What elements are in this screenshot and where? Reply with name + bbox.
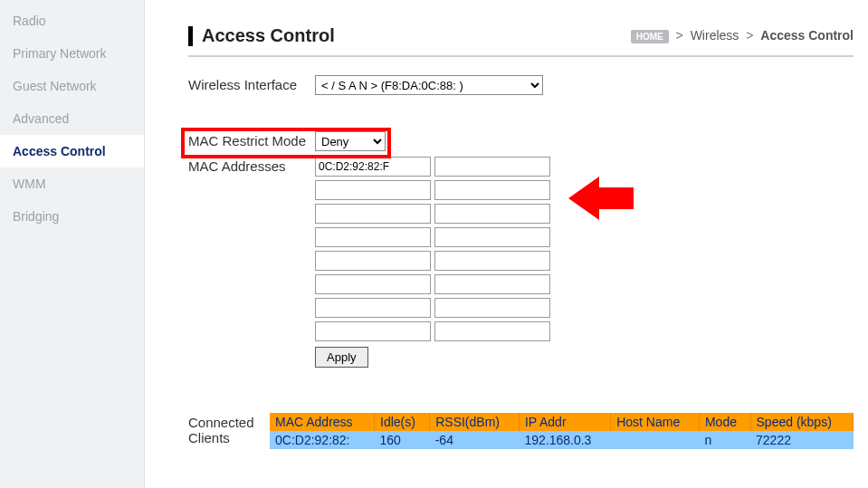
mode-label: MAC Restrict Mode	[188, 131, 315, 148]
table-row[interactable]: 0C:D2:92:82: 160 -64 192.168.0.3 n 72222	[270, 431, 854, 449]
col-speed: Speed (kbps)	[750, 413, 853, 431]
breadcrumb-sep1: >	[676, 28, 683, 43]
addr-label: MAC Addresses	[188, 157, 315, 174]
sidebar: Radio Primary Network Guest Network Adva…	[0, 0, 145, 488]
sidebar-item-bridging[interactable]: Bridging	[0, 200, 144, 233]
col-mode: Mode	[699, 413, 750, 431]
mac-input-10[interactable]	[315, 274, 431, 294]
mac-input-2[interactable]	[315, 180, 431, 200]
mac-input-5[interactable]	[434, 204, 550, 224]
mac-input-15[interactable]	[434, 321, 550, 341]
cell-speed: 72222	[750, 431, 853, 449]
mac-input-13[interactable]	[434, 298, 550, 318]
cell-mac: 0C:D2:92:82:	[270, 431, 375, 449]
mac-address-grid	[315, 157, 550, 341]
col-mac: MAC Address	[270, 413, 375, 431]
sidebar-item-advanced[interactable]: Advanced	[0, 102, 144, 135]
col-rssi: RSSI(dBm)	[430, 413, 520, 431]
mac-input-0[interactable]	[315, 157, 431, 177]
breadcrumb-current: Access Control	[760, 28, 854, 43]
table-header-row: MAC Address Idle(s) RSSI(dBm) IP Addr Ho…	[270, 413, 854, 431]
cell-idle: 160	[375, 431, 430, 449]
mac-input-4[interactable]	[315, 204, 431, 224]
mac-input-1[interactable]	[434, 157, 550, 177]
cell-ip: 192.168.0.3	[519, 431, 610, 449]
mac-input-12[interactable]	[315, 298, 431, 318]
mac-input-14[interactable]	[315, 321, 431, 341]
col-ip: IP Addr	[519, 413, 610, 431]
mac-input-11[interactable]	[434, 274, 550, 294]
wireless-interface-select[interactable]: < / S A N > (F8:DA:0C:88: )	[315, 75, 543, 95]
cell-mode: n	[699, 431, 750, 449]
sidebar-item-radio[interactable]: Radio	[0, 5, 144, 37]
apply-button[interactable]: Apply	[315, 347, 368, 368]
breadcrumb-home[interactable]: HOME	[631, 30, 669, 43]
sidebar-item-guest-network[interactable]: Guest Network	[0, 70, 144, 102]
col-idle: Idle(s)	[375, 413, 430, 431]
sidebar-item-primary-network[interactable]: Primary Network	[0, 37, 144, 70]
connected-clients-table: MAC Address Idle(s) RSSI(dBm) IP Addr Ho…	[270, 413, 854, 449]
mac-input-8[interactable]	[315, 251, 431, 271]
sidebar-item-access-control[interactable]: Access Control	[0, 135, 144, 167]
col-host: Host Name	[611, 413, 700, 431]
cell-rssi: -64	[430, 431, 520, 449]
mac-input-3[interactable]	[434, 180, 550, 200]
breadcrumb-sep2: >	[746, 28, 753, 43]
mac-input-9[interactable]	[434, 251, 550, 271]
title-accent	[188, 26, 193, 46]
mac-input-7[interactable]	[434, 227, 550, 247]
mac-input-6[interactable]	[315, 227, 431, 247]
page-title: Access Control	[202, 25, 335, 46]
cell-host	[611, 431, 700, 449]
title-bar: Access Control HOME > Wireless > Access …	[188, 9, 854, 57]
iface-label: Wireless Interface	[188, 75, 315, 92]
breadcrumb: HOME > Wireless > Access Control	[631, 28, 854, 43]
connected-clients-label: Connected Clients	[188, 413, 270, 445]
sidebar-item-wmm[interactable]: WMM	[0, 167, 144, 200]
mac-restrict-mode-select[interactable]: Deny	[315, 131, 386, 151]
breadcrumb-mid[interactable]: Wireless	[691, 28, 739, 43]
main-panel: Access Control HOME > Wireless > Access …	[145, 0, 868, 488]
